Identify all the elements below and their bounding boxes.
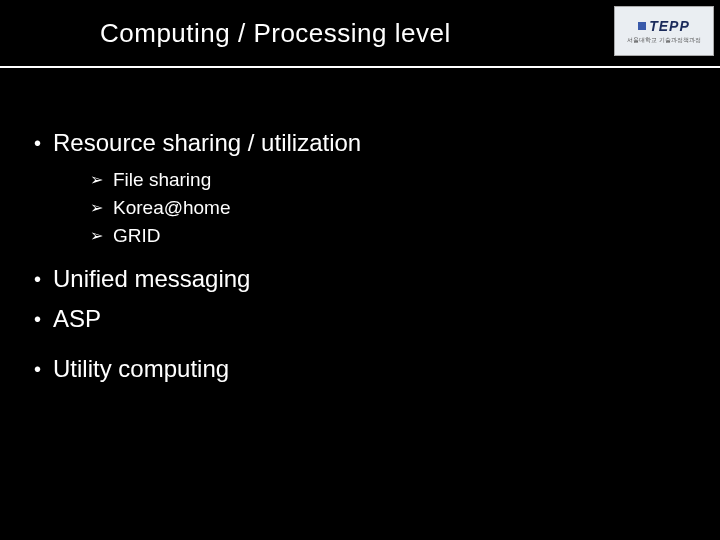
- sub-text: File sharing: [113, 168, 211, 192]
- sub-item: ➢ File sharing: [90, 168, 690, 192]
- arrow-icon: ➢: [90, 168, 103, 192]
- arrow-icon: ➢: [90, 196, 103, 220]
- sub-text: Korea@home: [113, 196, 231, 220]
- arrow-icon: ➢: [90, 224, 103, 248]
- bullet-text: Resource sharing / utilization: [53, 128, 361, 158]
- logo-sub-text: 서울대학교 기술과정책과정: [627, 36, 701, 45]
- slide-header: Computing / Processing level TEPP 서울대학교 …: [0, 0, 720, 68]
- bullet-item: • ASP: [30, 304, 690, 334]
- logo-badge: TEPP 서울대학교 기술과정책과정: [614, 6, 714, 56]
- bullet-icon: •: [34, 264, 41, 294]
- bullet-text: Unified messaging: [53, 264, 250, 294]
- sub-list: ➢ File sharing ➢ Korea@home ➢ GRID: [90, 168, 690, 248]
- sub-item: ➢ GRID: [90, 224, 690, 248]
- bullet-icon: •: [34, 128, 41, 158]
- sub-text: GRID: [113, 224, 161, 248]
- bullet-item: • Unified messaging: [30, 264, 690, 294]
- sub-item: ➢ Korea@home: [90, 196, 690, 220]
- logo-main: TEPP: [638, 18, 690, 34]
- slide-content: • Resource sharing / utilization ➢ File …: [0, 68, 720, 384]
- logo-square-icon: [638, 22, 646, 30]
- bullet-text: Utility computing: [53, 354, 229, 384]
- logo-main-text: TEPP: [649, 18, 690, 34]
- bullet-icon: •: [34, 304, 41, 334]
- bullet-item: • Utility computing: [30, 354, 690, 384]
- bullet-item: • Resource sharing / utilization: [30, 128, 690, 158]
- bullet-icon: •: [34, 354, 41, 384]
- slide-title: Computing / Processing level: [100, 18, 451, 49]
- bullet-text: ASP: [53, 304, 101, 334]
